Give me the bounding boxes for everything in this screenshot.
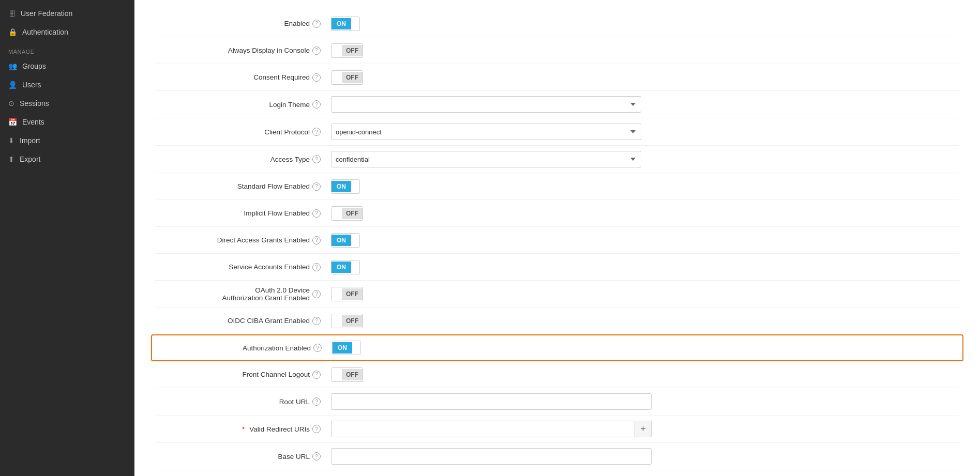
sidebar-item-export[interactable]: ⬆ Export [0,150,134,168]
sidebar-item-user-federation[interactable]: 🗄 User Federation [0,4,134,23]
help-icon-access-type[interactable]: ? [312,155,321,163]
label-base-url: Base URL ? [155,452,331,460]
help-icon-client-protocol[interactable]: ? [312,128,321,136]
help-icon-front-channel-logout[interactable]: ? [312,371,321,379]
select-access-type[interactable]: confidential [331,151,641,167]
toggle-enabled[interactable]: ON [331,17,360,31]
sidebar-item-groups[interactable]: 👥 Groups [0,57,134,75]
control-root-url [331,393,959,410]
control-login-theme [331,96,959,113]
label-login-theme: Login Theme ? [155,100,331,109]
label-front-channel-logout: Front Channel Logout ? [155,371,331,379]
control-service-accounts: ON [331,260,959,274]
label-text-always-display: Always Display in Console [228,47,310,54]
help-icon-standard-flow[interactable]: ? [312,182,321,191]
label-standard-flow: Standard Flow Enabled ? [155,182,331,191]
help-icon-direct-access[interactable]: ? [312,236,321,244]
toggle-off-direct-access [351,238,359,242]
label-text-valid-redirect-uris: Valid Redirect URIs [249,425,310,433]
help-icon-consent-required[interactable]: ? [312,73,321,82]
help-icon-valid-redirect-uris[interactable]: ? [312,425,321,433]
sessions-icon: ⊙ [8,99,14,108]
label-oidc-ciba: OIDC CIBA Grant Enabled ? [155,317,331,325]
control-standard-flow: ON [331,179,959,194]
help-icon-oauth-device[interactable]: ? [312,290,321,298]
sidebar-item-label: Events [22,118,44,126]
help-icon-service-accounts[interactable]: ? [312,263,321,271]
toggle-oauth-device[interactable]: OFF [331,287,363,301]
label-direct-access: Direct Access Grants Enabled ? [155,236,331,244]
sidebar-item-label: Import [20,136,40,145]
toggle-oidc-ciba[interactable]: OFF [331,314,363,328]
input-valid-redirect-uris[interactable] [331,421,635,437]
label-text-implicit-flow: Implicit Flow Enabled [244,209,310,217]
row-standard-flow: Standard Flow Enabled ? ON [155,173,959,200]
label-text-standard-flow: Standard Flow Enabled [237,182,310,190]
select-client-protocol[interactable]: openid-connect [331,124,641,140]
label-enabled: Enabled ? [155,20,331,28]
toggle-implicit-flow[interactable]: OFF [331,206,363,221]
sidebar-item-label: Authentication [22,28,68,36]
import-icon: ⬇ [8,136,14,145]
row-consent-required: Consent Required ? OFF [155,64,959,91]
toggle-always-display[interactable]: OFF [331,43,363,58]
toggle-front-channel-logout[interactable]: OFF [331,367,363,382]
toggle-standard-flow[interactable]: ON [331,179,360,194]
toggle-on-direct-access: ON [331,235,351,246]
row-service-accounts: Service Accounts Enabled ? ON [155,254,959,281]
toggle-on-standard-flow: ON [331,181,351,192]
sidebar-item-sessions[interactable]: ⊙ Sessions [0,94,134,113]
toggle-on-oauth-device [331,292,342,296]
row-front-channel-logout: Front Channel Logout ? OFF [155,361,959,388]
toggle-on-service-accounts: ON [331,262,351,273]
sidebar-item-authentication[interactable]: 🔒 Authentication [0,23,134,41]
control-valid-redirect-uris: + [331,421,959,437]
label-text-access-type: Access Type [270,156,310,163]
help-icon-authorization-enabled[interactable]: ? [313,344,322,352]
row-always-display: Always Display in Console ? OFF [155,37,959,64]
label-text-enabled: Enabled [284,20,310,27]
label-client-protocol: Client Protocol ? [155,128,331,136]
help-icon-base-url[interactable]: ? [312,452,321,460]
sidebar-item-import[interactable]: ⬇ Import [0,131,134,150]
help-icon-login-theme[interactable]: ? [312,100,321,109]
help-icon-implicit-flow[interactable]: ? [312,209,321,218]
control-oidc-ciba: OFF [331,314,959,328]
label-text-authorization-enabled: Authorization Enabled [243,344,311,352]
toggle-consent-required[interactable]: OFF [331,70,363,85]
events-icon: 📅 [8,118,17,126]
label-text-consent-required: Consent Required [253,73,310,81]
toggle-off-implicit-flow: OFF [342,208,363,219]
form-area: Enabled ? ON Always Display in Console ?… [134,0,980,476]
toggle-direct-access[interactable]: ON [331,233,360,248]
help-icon-oidc-ciba[interactable]: ? [312,317,321,325]
input-base-url[interactable] [331,448,652,465]
help-icon-root-url[interactable]: ? [312,397,321,406]
control-always-display: OFF [331,43,959,58]
toggle-on-implicit-flow [331,211,342,216]
row-enabled: Enabled ? ON [155,10,959,37]
toggle-authorization-enabled[interactable]: ON [332,341,361,355]
sidebar-item-label: Users [22,81,41,89]
label-service-accounts: Service Accounts Enabled ? [155,263,331,271]
control-implicit-flow: OFF [331,206,959,221]
label-text-base-url: Base URL [278,453,310,460]
input-root-url[interactable] [331,393,652,410]
sidebar-item-label: Sessions [20,99,49,108]
control-base-url [331,448,959,465]
manage-section-label: Manage [0,41,134,57]
label-text-root-url: Root URL [279,398,310,406]
select-login-theme[interactable] [331,96,641,113]
toggle-off-standard-flow [351,185,359,189]
label-root-url: Root URL ? [155,397,331,406]
sidebar-item-events[interactable]: 📅 Events [0,113,134,131]
user-icon: 👤 [8,81,17,89]
help-icon-enabled[interactable]: ? [312,20,321,28]
database-icon: 🗄 [8,9,16,18]
help-icon-always-display[interactable]: ? [312,47,321,55]
sidebar-item-users[interactable]: 👤 Users [0,75,134,94]
add-redirect-uri-button[interactable]: + [635,421,652,437]
sidebar: 🗄 User Federation 🔒 Authentication Manag… [0,0,134,476]
toggle-service-accounts[interactable]: ON [331,260,360,274]
label-text-direct-access: Direct Access Grants Enabled [217,236,310,244]
